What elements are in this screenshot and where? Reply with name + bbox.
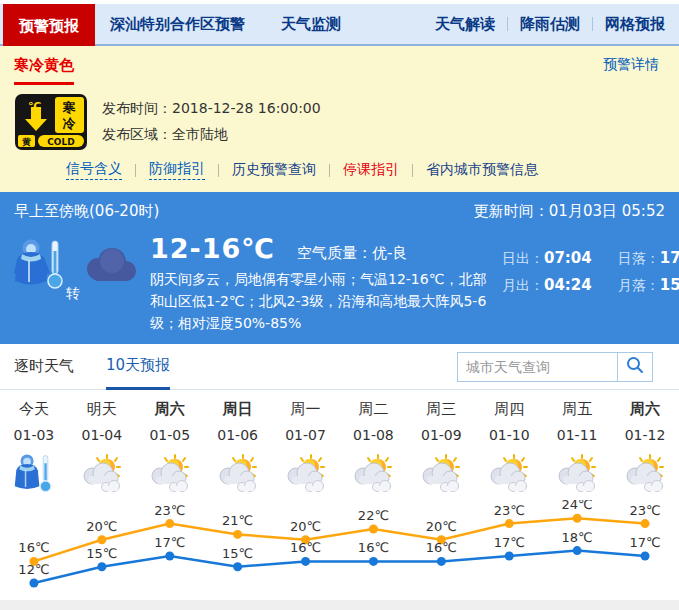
divider [135,164,136,177]
temp-label: 20℃ [290,519,321,534]
transition-label: 转 [66,285,80,303]
temp-label: 23℃ [629,503,660,518]
temp-line [34,551,645,583]
publish-time-line: 发布时间：2018-12-28 16:00:00 [102,95,321,121]
forecast-day-column[interactable]: 明天01-04 [68,390,136,500]
temp-label: 16℃ [426,540,457,555]
sun-moon-label: 日出： [502,250,544,266]
sun-moon-value: 15:44 [660,276,679,294]
forecast-day-column[interactable]: 周日01-06 [204,390,272,500]
temp-label: 15℃ [86,546,117,561]
temperature-chart: 16℃20℃23℃21℃20℃22℃20℃23℃24℃23℃12℃15℃17℃1… [0,500,679,604]
nav-link[interactable]: 网格预报 [605,15,665,34]
day-name: 周二 [340,396,408,422]
alert-link[interactable]: 省内城市预警信息 [426,161,538,179]
temp-label: 16℃ [290,540,321,555]
alert-type-tab[interactable]: 寒冷黄色 [14,56,74,85]
partly-cloudy-icon [68,448,136,500]
partly-cloudy-icon [475,448,543,500]
search-icon [625,355,645,378]
air-quality-label: 空气质量： [297,244,372,262]
temp-point [301,557,310,566]
current-weather-section: 早上至傍晚(06-20时) 更新时间：01月03日 05:52 [0,192,679,344]
forecast-day-column[interactable]: 周六01-12 [611,390,679,500]
nav-link[interactable]: 降雨估测 [520,15,580,34]
temp-point [97,562,106,571]
tab-inactive[interactable]: 逐时天气 [14,344,74,390]
air-quality: 空气质量：优-良 [297,244,407,263]
sun-moon-label: 日落： [618,250,660,266]
city-search [457,352,653,382]
forecast-day-column[interactable]: 周二01-08 [340,390,408,500]
publish-area-label: 发布区域： [102,126,172,142]
day-date: 01-10 [475,422,543,448]
forecast-tabs-row: 逐时天气10天预报 [0,344,679,390]
day-name: 周一 [272,396,340,422]
divider [218,164,219,177]
nav-tab[interactable]: 天气监测 [281,15,341,34]
svg-text:COLD: COLD [47,137,74,147]
day-name: 明天 [68,396,136,422]
day-name: 周三 [407,396,475,422]
forecast-day-column[interactable]: 周六01-05 [136,390,204,500]
forecast-grid: 今天01-03明天01-04周六01-05周日01-06周一01-07周二01-… [0,390,679,500]
current-weather-icons: 转 [14,233,144,334]
weather-description: 阴天间多云，局地偶有零星小雨；气温12-16℃，北部和山区低1-2℃；北风2-3… [150,268,490,334]
sun-moon-label: 月落： [618,277,660,293]
alert-banner: 寒冷黄色 预警详情 ℃ 寒 冷 黄 COLD [0,46,679,192]
period-label: 早上至傍晚(06-20时) [14,202,159,221]
temp-point [233,530,242,539]
svg-text:冷: 冷 [63,116,77,131]
partly-cloudy-icon [272,448,340,500]
city-search-input[interactable] [457,352,617,382]
nav-tabs: 深汕特别合作区预警天气监测 [110,15,341,34]
sun-moon-item: 月落：15:44 [618,276,679,295]
sun-moon-times: 日出：07:04日落：17:51月出：04:24月落：15:44 [502,249,679,334]
day-date: 01-11 [543,422,611,448]
alert-detail-link[interactable]: 预警详情 [603,56,659,74]
partly-cloudy-icon [611,448,679,500]
alert-link[interactable]: 停课指引 [343,161,399,179]
temp-point [505,552,514,561]
divider [592,17,593,31]
day-date: 01-03 [0,422,68,448]
sun-moon-value: 07:04 [544,249,592,267]
temp-label: 18℃ [562,530,593,545]
forecast-day-column[interactable]: 周五01-11 [543,390,611,500]
temp-point [573,546,582,555]
temp-label: 21℃ [222,513,253,528]
partly-cloudy-icon [407,448,475,500]
forecast-day-column[interactable]: 周一01-07 [272,390,340,500]
temp-point [573,514,582,523]
update-time: 更新时间：01月03日 05:52 [474,202,665,221]
sun-moon-item: 月出：04:24 [502,276,592,295]
alert-link[interactable]: 历史预警查询 [232,161,316,179]
temp-label: 17℃ [494,535,525,550]
forecast-day-column[interactable]: 周三01-09 [407,390,475,500]
day-name: 周五 [543,396,611,422]
air-quality-value: 优-良 [372,244,407,262]
svg-text:寒: 寒 [62,100,77,115]
partly-cloudy-icon [340,448,408,500]
temp-point [233,562,242,571]
alert-link[interactable]: 防御指引 [149,160,205,180]
nav-tab-warning-forecast[interactable]: 预警预报 [3,4,95,48]
temp-label: 20℃ [426,519,457,534]
publish-time-value: 2018-12-28 16:00:00 [172,100,321,116]
forecast-day-column[interactable]: 周四01-10 [475,390,543,500]
tab-active[interactable]: 10天预报 [106,344,170,390]
day-name: 周六 [136,396,204,422]
temp-point [641,552,650,561]
temp-point [29,579,38,588]
temp-label: 16℃ [18,540,49,555]
search-button[interactable] [617,352,653,382]
temp-point [641,519,650,528]
temp-label: 16℃ [358,540,389,555]
nav-tab[interactable]: 深汕特别合作区预警 [110,15,245,34]
nav-link[interactable]: 天气解读 [435,15,495,34]
forecast-day-column[interactable]: 今天01-03 [0,390,68,500]
cold-person-icon [14,237,66,297]
divider [329,164,330,177]
temp-label: 20℃ [86,519,117,534]
alert-link[interactable]: 信号含义 [66,160,122,180]
